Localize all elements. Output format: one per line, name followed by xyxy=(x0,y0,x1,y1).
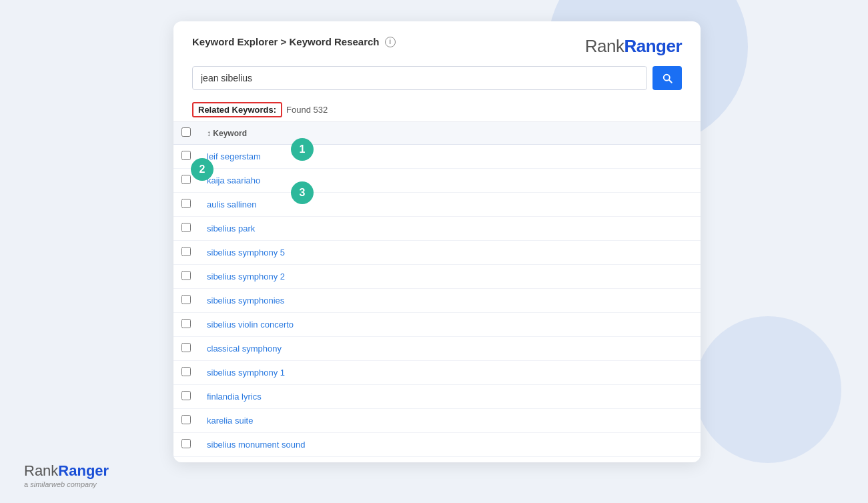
keyword-link[interactable]: classical symphony xyxy=(207,344,282,354)
keyword-link[interactable]: aulis sallinen xyxy=(207,199,256,209)
keyword-cell: classical symphony xyxy=(199,337,701,361)
bg-decoration-bottom xyxy=(695,316,841,463)
table-row: sibelius symphonies xyxy=(173,289,701,313)
table-header-row: ↕ Keyword xyxy=(173,122,701,145)
row-checkbox-cell xyxy=(173,289,199,313)
bottom-brand-ranger: Ranger xyxy=(58,462,109,479)
row-checkbox-cell xyxy=(173,361,199,385)
breadcrumb: Keyword Explorer > Keyword Research i xyxy=(192,36,396,47)
row-checkbox-6[interactable] xyxy=(181,295,191,304)
table-row: karelia suite xyxy=(173,409,701,433)
keyword-cell: sibelius park xyxy=(199,217,701,241)
keyword-cell: sibelius symphony 2 xyxy=(199,265,701,289)
keyword-cell: karelia suite xyxy=(199,409,701,433)
keyword-link[interactable]: sibelius monument sound xyxy=(207,440,305,450)
row-checkbox-cell xyxy=(173,217,199,241)
brand-rank: Rank xyxy=(585,36,624,56)
keyword-link[interactable]: sibelius symphony 5 xyxy=(207,247,285,258)
row-checkbox-4[interactable] xyxy=(181,247,191,256)
row-checkbox-10[interactable] xyxy=(181,391,191,400)
keyword-link[interactable]: sibelius symphonies xyxy=(207,296,284,306)
main-card: Keyword Explorer > Keyword Research i Ra… xyxy=(173,21,701,462)
keyword-cell: sibelius violin concerto xyxy=(199,313,701,337)
table-row: sibelius park xyxy=(173,217,701,241)
search-input[interactable] xyxy=(192,66,647,90)
row-checkbox-7[interactable] xyxy=(181,319,191,328)
row-checkbox-11[interactable] xyxy=(181,415,191,424)
step-badge-1: 1 xyxy=(291,138,314,161)
keyword-link[interactable]: finlandia lyrics xyxy=(207,392,262,402)
keyword-link[interactable]: sibelius symphony 2 xyxy=(207,272,285,282)
table-row: sibelius violin concerto xyxy=(173,313,701,337)
col-checkbox xyxy=(173,122,199,145)
search-button[interactable] xyxy=(653,66,682,90)
row-checkbox-0[interactable] xyxy=(181,151,191,160)
row-checkbox-2[interactable] xyxy=(181,199,191,208)
row-checkbox-9[interactable] xyxy=(181,367,191,376)
table-row: sibelius symphony 5 xyxy=(173,241,701,265)
row-checkbox-1[interactable] xyxy=(181,175,191,184)
table-row: leif segerstam xyxy=(173,145,701,169)
keyword-cell: kaija saariaho xyxy=(199,169,701,193)
brand-ranger: Ranger xyxy=(624,36,682,56)
keyword-cell: sibelius symphony 1 xyxy=(199,361,701,385)
card-header: Keyword Explorer > Keyword Research i Ra… xyxy=(173,21,701,66)
row-checkbox-3[interactable] xyxy=(181,223,191,232)
table-row: kaija saariaho xyxy=(173,169,701,193)
bottom-brand-rank: Rank xyxy=(24,462,58,479)
table-row: sibelius symphony 2 xyxy=(173,265,701,289)
row-checkbox-cell xyxy=(173,241,199,265)
bottom-brand-sub: a similarweb company xyxy=(24,480,109,488)
row-checkbox-12[interactable] xyxy=(181,439,191,448)
row-checkbox-cell xyxy=(173,265,199,289)
row-checkbox-cell xyxy=(173,337,199,361)
col-keyword[interactable]: ↕ Keyword xyxy=(199,122,701,145)
keyword-link[interactable]: sibelius park xyxy=(207,223,255,233)
keyword-link[interactable]: sibelius violin concerto xyxy=(207,320,294,330)
row-checkbox-cell xyxy=(173,385,199,409)
table-body: leif segerstamkaija saariahoaulis sallin… xyxy=(173,145,701,457)
keyword-link[interactable]: leif segerstam xyxy=(207,151,261,161)
info-icon[interactable]: i xyxy=(385,37,396,47)
step-badge-2: 2 xyxy=(191,158,213,181)
row-checkbox-cell xyxy=(173,193,199,217)
table-row: classical symphony xyxy=(173,337,701,361)
keyword-cell: sibelius symphonies xyxy=(199,289,701,313)
search-icon xyxy=(661,72,673,84)
related-keywords-count: Found 532 xyxy=(286,105,328,115)
keyword-link[interactable]: kaija saariaho xyxy=(207,175,260,185)
row-checkbox-cell xyxy=(173,409,199,433)
table-row: sibelius monument sound xyxy=(173,433,701,457)
keyword-cell: aulis sallinen xyxy=(199,193,701,217)
row-checkbox-cell xyxy=(173,433,199,457)
keywords-table: ↕ Keyword leif segerstamkaija saariahoau… xyxy=(173,122,701,457)
row-checkbox-5[interactable] xyxy=(181,271,191,280)
keyword-cell: leif segerstam xyxy=(199,145,701,169)
table-row: finlandia lyrics xyxy=(173,385,701,409)
related-keywords-label: Related Keywords: xyxy=(192,102,282,117)
row-checkbox-8[interactable] xyxy=(181,343,191,352)
related-keywords-bar: Related Keywords: Found 532 xyxy=(173,98,701,122)
brand-logo: RankRanger xyxy=(585,36,682,57)
keyword-cell: finlandia lyrics xyxy=(199,385,701,409)
table-row: aulis sallinen xyxy=(173,193,701,217)
keyword-cell: sibelius monument sound xyxy=(199,433,701,457)
breadcrumb-text: Keyword Explorer > Keyword Research xyxy=(192,36,380,47)
step-badge-3: 3 xyxy=(291,181,314,204)
row-checkbox-cell xyxy=(173,313,199,337)
bottom-brand: RankRanger a similarweb company xyxy=(24,462,109,488)
keyword-link[interactable]: karelia suite xyxy=(207,416,253,426)
search-row xyxy=(173,66,701,98)
bottom-brand-name: RankRanger xyxy=(24,462,109,480)
table-row: sibelius symphony 1 xyxy=(173,361,701,385)
select-all-checkbox[interactable] xyxy=(181,127,191,137)
keyword-cell: sibelius symphony 5 xyxy=(199,241,701,265)
keyword-link[interactable]: sibelius symphony 1 xyxy=(207,368,285,378)
